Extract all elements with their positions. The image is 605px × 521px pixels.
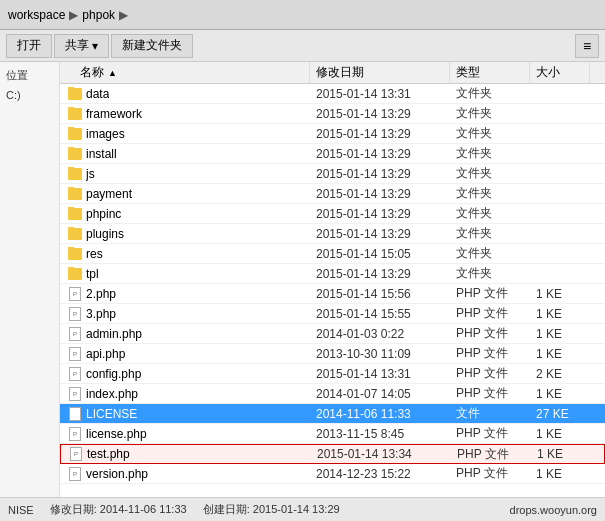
new-folder-button[interactable]: 新建文件夹 — [111, 34, 193, 58]
folder-icon — [68, 207, 82, 221]
file-name-cell: Pversion.php — [60, 467, 310, 481]
file-date-cell: 2015-01-14 13:29 — [310, 207, 450, 221]
file-row[interactable]: install2015-01-14 13:29文件夹 — [60, 144, 605, 164]
file-row[interactable]: P2.php2015-01-14 15:56PHP 文件1 KE — [60, 284, 605, 304]
status-date: 修改日期: 2014-11-06 11:33 — [50, 502, 187, 517]
file-size-cell: 1 KE — [530, 347, 590, 361]
folder-icon — [68, 147, 82, 161]
col-header-type[interactable]: 类型 — [450, 62, 530, 83]
sidebar-item-location[interactable]: 位置 — [2, 66, 57, 85]
file-date-cell: 2013-10-30 11:09 — [310, 347, 450, 361]
file-size-cell: 1 KE — [530, 327, 590, 341]
file-date-cell: 2015-01-14 13:31 — [310, 367, 450, 381]
folder-icon — [68, 227, 82, 241]
status-watermark: drops.wooyun.org — [510, 504, 597, 516]
main-area: 位置 C:) 名称 ▲ 修改日期 类型 大小 data2015-01-14 13… — [0, 62, 605, 497]
file-row[interactable]: Pindex.php2014-01-07 14:05PHP 文件1 KE — [60, 384, 605, 404]
file-size-cell: 1 KE — [530, 387, 590, 401]
file-size-cell: 1 KE — [530, 427, 590, 441]
file-rows: data2015-01-14 13:31文件夹framework2015-01-… — [60, 84, 605, 484]
file-row[interactable]: Padmin.php2014-01-03 0:22PHP 文件1 KE — [60, 324, 605, 344]
status-bar: NISE 修改日期: 2014-11-06 11:33 创建日期: 2015-0… — [0, 497, 605, 521]
file-row[interactable]: phpinc2015-01-14 13:29文件夹 — [60, 204, 605, 224]
file-type-cell: 文件夹 — [450, 105, 530, 122]
file-name-text: 3.php — [86, 307, 116, 321]
sidebar-item-c[interactable]: C:) — [2, 87, 57, 103]
file-name-cell: js — [60, 167, 310, 181]
sidebar: 位置 C:) — [0, 62, 60, 497]
php-file-icon: P — [68, 287, 82, 301]
column-headers: 名称 ▲ 修改日期 类型 大小 — [60, 62, 605, 84]
file-row[interactable]: P3.php2015-01-14 15:55PHP 文件1 KE — [60, 304, 605, 324]
file-name-text: license.php — [86, 427, 147, 441]
file-name-text: config.php — [86, 367, 141, 381]
breadcrumb-sep-2: ▶ — [119, 8, 128, 22]
file-date-cell: 2015-01-14 13:29 — [310, 147, 450, 161]
file-type-cell: 文件夹 — [450, 125, 530, 142]
file-row[interactable]: js2015-01-14 13:29文件夹 — [60, 164, 605, 184]
file-date-cell: 2015-01-14 13:29 — [310, 167, 450, 181]
breadcrumb-workspace[interactable]: workspace — [8, 8, 65, 22]
file-row[interactable]: Plicense.php2013-11-15 8:45PHP 文件1 KE — [60, 424, 605, 444]
status-created: 创建日期: 2015-01-14 13:29 — [203, 502, 340, 517]
file-name-cell: images — [60, 127, 310, 141]
file-row[interactable]: Papi.php2013-10-30 11:09PHP 文件1 KE — [60, 344, 605, 364]
file-row[interactable]: res2015-01-14 15:05文件夹 — [60, 244, 605, 264]
folder-icon — [68, 187, 82, 201]
file-name-cell: framework — [60, 107, 310, 121]
file-row[interactable]: Ptest.php2015-01-14 13:34PHP 文件1 KE — [60, 444, 605, 464]
open-button[interactable]: 打开 — [6, 34, 52, 58]
file-date-cell: 2015-01-14 15:05 — [310, 247, 450, 261]
file-row[interactable]: framework2015-01-14 13:29文件夹 — [60, 104, 605, 124]
col-header-date[interactable]: 修改日期 — [310, 62, 450, 83]
share-arrow: ▾ — [92, 39, 98, 53]
file-date-cell: 2015-01-14 15:56 — [310, 287, 450, 301]
file-name-cell: Pconfig.php — [60, 367, 310, 381]
file-row[interactable]: images2015-01-14 13:29文件夹 — [60, 124, 605, 144]
php-file-icon: P — [68, 387, 82, 401]
file-date-cell: 2014-12-23 15:22 — [310, 467, 450, 481]
file-name-text: images — [86, 127, 125, 141]
file-row[interactable]: Pversion.php2014-12-23 15:22PHP 文件1 KE — [60, 464, 605, 484]
file-type-cell: PHP 文件 — [450, 385, 530, 402]
file-name-text: framework — [86, 107, 142, 121]
file-date-cell: 2015-01-14 13:31 — [310, 87, 450, 101]
file-type-cell: 文件 — [450, 405, 530, 422]
file-row[interactable]: plugins2015-01-14 13:29文件夹 — [60, 224, 605, 244]
file-date-cell: 2014-11-06 11:33 — [310, 407, 450, 421]
share-label: 共享 — [65, 37, 89, 54]
file-row[interactable]: LICENSE2014-11-06 11:33文件27 KE — [60, 404, 605, 424]
sort-arrow: ▲ — [108, 68, 117, 78]
file-type-cell: 文件夹 — [450, 245, 530, 262]
file-row[interactable]: Pconfig.php2015-01-14 13:31PHP 文件2 KE — [60, 364, 605, 384]
php-file-icon: P — [68, 467, 82, 481]
file-row[interactable]: data2015-01-14 13:31文件夹 — [60, 84, 605, 104]
file-name-text: version.php — [86, 467, 148, 481]
file-type-cell: PHP 文件 — [451, 446, 531, 463]
file-type-cell: 文件夹 — [450, 85, 530, 102]
text-file-icon — [68, 407, 82, 421]
file-type-cell: 文件夹 — [450, 205, 530, 222]
file-date-cell: 2015-01-14 15:55 — [310, 307, 450, 321]
file-name-text: res — [86, 247, 103, 261]
file-row[interactable]: tpl2015-01-14 13:29文件夹 — [60, 264, 605, 284]
file-type-cell: PHP 文件 — [450, 325, 530, 342]
col-header-name[interactable]: 名称 ▲ — [60, 62, 310, 83]
file-name-text: LICENSE — [86, 407, 137, 421]
file-name-cell: res — [60, 247, 310, 261]
file-list-container[interactable]: 名称 ▲ 修改日期 类型 大小 data2015-01-14 13:31文件夹f… — [60, 62, 605, 497]
toolbar: 打开 共享 ▾ 新建文件夹 ≡ — [0, 30, 605, 62]
col-header-size[interactable]: 大小 — [530, 62, 590, 83]
file-row[interactable]: payment2015-01-14 13:29文件夹 — [60, 184, 605, 204]
view-icon-button[interactable]: ≡ — [575, 34, 599, 58]
file-type-cell: 文件夹 — [450, 145, 530, 162]
file-name-cell: P3.php — [60, 307, 310, 321]
file-size-cell: 1 KE — [531, 447, 591, 461]
folder-icon — [68, 167, 82, 181]
breadcrumb-phpok[interactable]: phpok — [82, 8, 115, 22]
file-date-cell: 2014-01-07 14:05 — [310, 387, 450, 401]
php-file-icon: P — [68, 327, 82, 341]
share-button[interactable]: 共享 ▾ — [54, 34, 109, 58]
file-date-cell: 2015-01-14 13:34 — [311, 447, 451, 461]
file-name-cell: Padmin.php — [60, 327, 310, 341]
